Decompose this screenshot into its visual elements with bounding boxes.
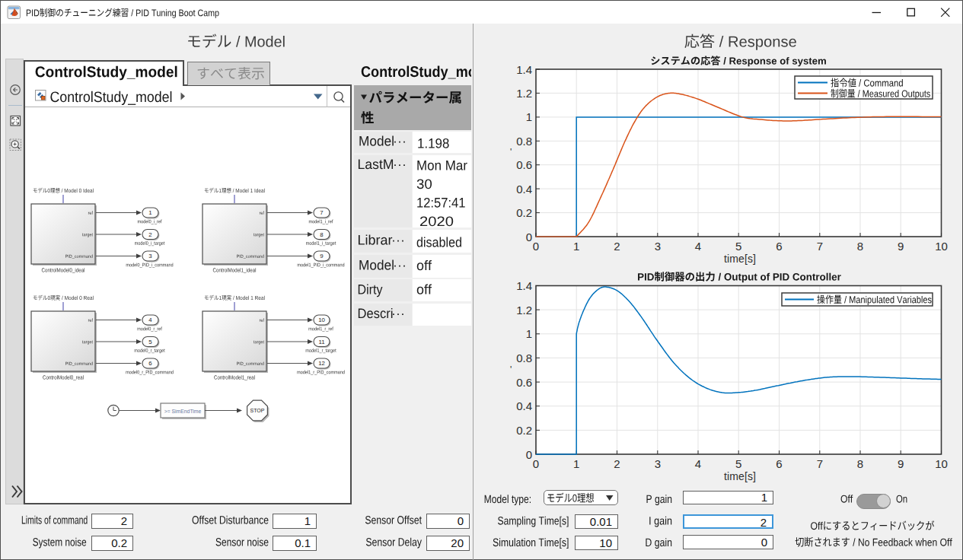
svg-text:2: 2 — [614, 240, 620, 253]
svg-text:0: 0 — [526, 231, 532, 243]
svg-text:8: 8 — [320, 231, 323, 238]
svg-text:10: 10 — [935, 240, 948, 253]
svg-text:0.6: 0.6 — [516, 376, 532, 389]
svg-text:6: 6 — [776, 240, 782, 253]
svg-text:6: 6 — [776, 457, 782, 470]
svg-text:1: 1 — [573, 457, 579, 470]
svg-text:5: 5 — [735, 240, 741, 253]
svg-text:>= SimEndTime: >= SimEndTime — [164, 409, 202, 414]
svg-text:9: 9 — [898, 457, 904, 470]
svg-text:2: 2 — [148, 231, 151, 238]
svg-text:0.8: 0.8 — [516, 135, 532, 148]
svg-text:1: 1 — [526, 327, 532, 340]
svg-text:0.2: 0.2 — [516, 424, 532, 437]
svg-text:STOP: STOP — [250, 408, 265, 413]
svg-text:4: 4 — [695, 240, 701, 253]
svg-text:3: 3 — [148, 253, 151, 259]
svg-text:': ' — [510, 147, 512, 158]
svg-text:': ' — [510, 364, 512, 375]
svg-text:time[s]: time[s] — [724, 470, 756, 482]
svg-text:5: 5 — [735, 457, 741, 470]
svg-text:9: 9 — [898, 240, 904, 253]
svg-text:0.8: 0.8 — [516, 352, 532, 364]
svg-text:7: 7 — [320, 209, 323, 216]
svg-text:0.6: 0.6 — [516, 158, 532, 171]
svg-text:12: 12 — [318, 360, 325, 367]
svg-text:0: 0 — [533, 457, 539, 470]
svg-text:2: 2 — [614, 457, 620, 470]
svg-text:1: 1 — [573, 240, 579, 253]
svg-text:1.2: 1.2 — [516, 304, 532, 317]
svg-text:7: 7 — [817, 240, 823, 253]
svg-text:1.2: 1.2 — [516, 87, 532, 100]
svg-text:4: 4 — [148, 317, 152, 323]
svg-text:0: 0 — [526, 448, 532, 461]
svg-text:3: 3 — [655, 457, 661, 470]
svg-text:5: 5 — [148, 339, 152, 345]
svg-text:7: 7 — [817, 457, 823, 470]
svg-text:6: 6 — [148, 360, 151, 367]
svg-text:time[s]: time[s] — [724, 253, 756, 265]
svg-text:11: 11 — [318, 339, 324, 345]
svg-text:1.4: 1.4 — [516, 279, 532, 292]
svg-text:9: 9 — [320, 253, 323, 259]
svg-text:0.4: 0.4 — [516, 183, 532, 196]
svg-text:1.4: 1.4 — [516, 63, 532, 76]
svg-text:10: 10 — [935, 457, 948, 470]
svg-text:1: 1 — [148, 209, 151, 216]
svg-text:0: 0 — [533, 240, 539, 253]
svg-text:0.4: 0.4 — [516, 399, 532, 412]
svg-text:0.2: 0.2 — [516, 206, 532, 219]
svg-text:8: 8 — [857, 457, 863, 470]
svg-text:4: 4 — [695, 457, 701, 470]
svg-text:1: 1 — [526, 110, 532, 123]
svg-text:10: 10 — [318, 317, 325, 323]
svg-text:3: 3 — [655, 240, 661, 253]
svg-text:8: 8 — [857, 240, 863, 253]
